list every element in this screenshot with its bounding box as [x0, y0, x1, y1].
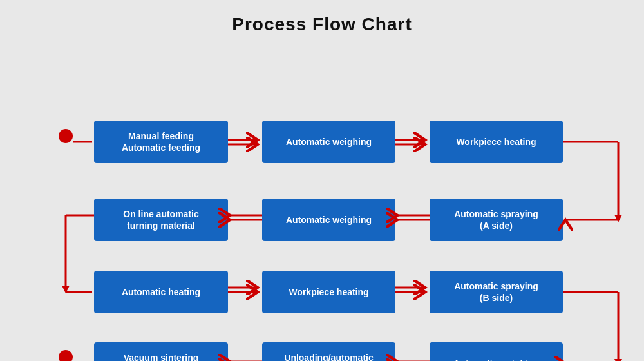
- arrow-b2-b3: [395, 140, 425, 144]
- arrow-b6-b5: [397, 215, 430, 220]
- box-workpiece-heating-2: Workpiece heating: [262, 271, 395, 313]
- box-auto-spraying-a: Automatic spraying(A side): [430, 199, 563, 241]
- flow-chart: Manual feedingAutomatic feeding Automati…: [0, 48, 644, 361]
- box-workpiece-heating-1: Workpiece heating: [430, 121, 563, 163]
- box-auto-heating: Automatic heating: [94, 271, 228, 313]
- box-vacuum-sintering: Vacuum sinteringfumace: [94, 342, 228, 361]
- svg-marker-29: [614, 215, 622, 222]
- box-manual-feeding: Manual feedingAutomatic feeding: [94, 121, 228, 163]
- box-auto-spraying-b: Automatic spraying(B side): [430, 271, 563, 313]
- page-title: Process Flow Chart: [0, 0, 644, 35]
- box-unloading: Unloading/automaticmaterial receiving: [262, 342, 395, 361]
- arrow-b8-b9: [395, 288, 425, 292]
- box-online-turning: On line automaticturning material: [94, 199, 228, 241]
- box-auto-weighing-2: Automatic weighing: [262, 199, 395, 241]
- svg-marker-14: [62, 286, 70, 293]
- arrow-b1-b2: [228, 140, 258, 144]
- start-circle-1: [59, 129, 73, 143]
- arrow-b7-b8: [228, 288, 258, 292]
- box-auto-weighing-4: Automatic weighing: [430, 342, 563, 361]
- start-circle-2: [59, 350, 73, 361]
- box-auto-weighing-1: Automatic weighing: [262, 121, 395, 163]
- arrow-b5-b4: [230, 215, 262, 220]
